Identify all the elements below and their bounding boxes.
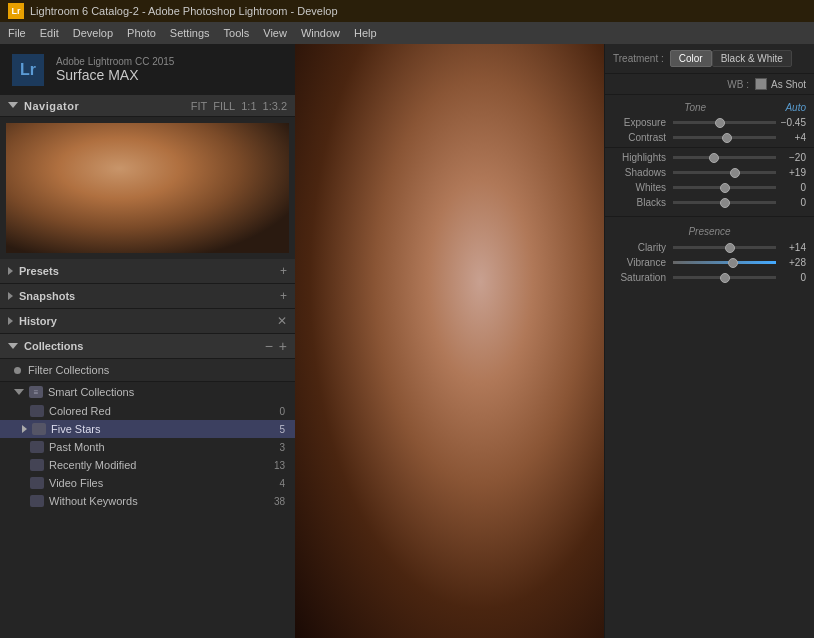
collection-icon	[30, 441, 44, 453]
highlights-label: Highlights	[613, 152, 671, 163]
whites-value: 0	[778, 182, 806, 193]
contrast-label: Contrast	[613, 132, 671, 143]
five-stars-count: 5	[279, 424, 285, 435]
title-bar: Lr Lightroom 6 Catalog-2 - Adobe Photosh…	[0, 0, 814, 22]
clarity-track[interactable]	[673, 246, 776, 249]
navigator-thumbnail[interactable]	[6, 123, 289, 253]
five-stars-triangle-icon	[22, 425, 27, 433]
nav-1to1[interactable]: 1:1	[241, 100, 256, 112]
collection-past-month[interactable]: Past Month 3	[0, 438, 295, 456]
smart-collections-label: Smart Collections	[48, 386, 134, 398]
auto-button[interactable]: Auto	[785, 102, 806, 113]
filter-collections-row[interactable]: Filter Collections	[0, 359, 295, 382]
menu-window[interactable]: Window	[301, 27, 340, 39]
collections-remove-icon[interactable]: −	[265, 338, 273, 354]
color-treatment-btn[interactable]: Color	[670, 50, 712, 67]
lr-logo-icon: Lr	[12, 54, 44, 86]
shadows-track[interactable]	[673, 171, 776, 174]
blacks-track[interactable]	[673, 201, 776, 204]
menu-file[interactable]: File	[8, 27, 26, 39]
exposure-handle[interactable]	[715, 118, 725, 128]
snapshots-panel[interactable]: Snapshots +	[0, 284, 295, 309]
contrast-handle[interactable]	[722, 133, 732, 143]
navigator-title: Navigator	[24, 100, 191, 112]
saturation-value: 0	[778, 272, 806, 283]
collection-video-files[interactable]: Video Files 4	[0, 474, 295, 492]
collections-triangle-icon	[8, 343, 18, 349]
presence-section-title: Presence	[605, 223, 814, 240]
navigator-controls: FIT FILL 1:1 1:3.2	[191, 100, 287, 112]
presence-section: Presence Clarity +14 Vibrance +28 Satura…	[605, 219, 814, 289]
wb-picker-icon[interactable]	[755, 78, 767, 90]
saturation-slider-row: Saturation 0	[605, 270, 814, 285]
menu-develop[interactable]: Develop	[73, 27, 113, 39]
menu-bar: File Edit Develop Photo Settings Tools V…	[0, 22, 814, 44]
navigator-header[interactable]: Navigator FIT FILL 1:1 1:3.2	[0, 96, 295, 117]
collection-colored-red[interactable]: Colored Red 0	[0, 402, 295, 420]
highlights-slider-row: Highlights −20	[605, 150, 814, 165]
collection-recently-modified[interactable]: Recently Modified 13	[0, 456, 295, 474]
collection-video-files-count: 4	[279, 478, 285, 489]
exposure-slider-row: Exposure −0.45	[605, 115, 814, 130]
collections-add-icon[interactable]: +	[279, 338, 287, 354]
clarity-handle[interactable]	[725, 243, 735, 253]
clarity-value: +14	[778, 242, 806, 253]
menu-help[interactable]: Help	[354, 27, 377, 39]
vibrance-value: +28	[778, 257, 806, 268]
presets-panel[interactable]: Presets +	[0, 259, 295, 284]
whites-track[interactable]	[673, 186, 776, 189]
menu-settings[interactable]: Settings	[170, 27, 210, 39]
menu-edit[interactable]: Edit	[40, 27, 59, 39]
collections-header[interactable]: Collections − +	[0, 334, 295, 359]
vibrance-label: Vibrance	[613, 257, 671, 268]
history-panel[interactable]: History ✕	[0, 309, 295, 334]
title-text: Lightroom 6 Catalog-2 - Adobe Photoshop …	[30, 5, 338, 17]
wb-row: WB : As Shot	[605, 74, 814, 95]
blacks-label: Blacks	[613, 197, 671, 208]
shadows-handle[interactable]	[730, 168, 740, 178]
collections-section: Collections − + Filter Collections ≡ Sma…	[0, 334, 295, 638]
collection-without-keywords[interactable]: Without Keywords 38	[0, 492, 295, 510]
presets-add-icon[interactable]: +	[280, 264, 287, 278]
nav-1to3[interactable]: 1:3.2	[263, 100, 287, 112]
menu-photo[interactable]: Photo	[127, 27, 156, 39]
center-image-area	[295, 44, 604, 638]
smart-collections-header[interactable]: ≡ Smart Collections	[0, 382, 295, 402]
collection-without-keywords-count: 38	[274, 496, 285, 507]
bw-treatment-btn[interactable]: Black & White	[712, 50, 792, 67]
wb-value[interactable]: As Shot	[771, 79, 806, 90]
menu-tools[interactable]: Tools	[224, 27, 250, 39]
vibrance-handle[interactable]	[728, 258, 738, 268]
highlights-handle[interactable]	[709, 153, 719, 163]
nav-fit[interactable]: FIT	[191, 100, 208, 112]
exposure-track[interactable]	[673, 121, 776, 124]
shadows-value: +19	[778, 167, 806, 178]
exposure-value: −0.45	[778, 117, 806, 128]
clarity-label: Clarity	[613, 242, 671, 253]
contrast-slider-row: Contrast +4	[605, 130, 814, 145]
highlights-track[interactable]	[673, 156, 776, 159]
app-icon: Lr	[8, 3, 24, 19]
collection-five-stars[interactable]: Five Stars 5	[0, 420, 295, 438]
nav-fill[interactable]: FILL	[213, 100, 235, 112]
contrast-track[interactable]	[673, 136, 776, 139]
menu-view[interactable]: View	[263, 27, 287, 39]
saturation-handle[interactable]	[720, 273, 730, 283]
collection-icon	[30, 459, 44, 471]
left-panel: Lr Adobe Lightroom CC 2015 Surface MAX N…	[0, 44, 295, 638]
vibrance-track[interactable]	[673, 261, 776, 264]
blacks-handle[interactable]	[720, 198, 730, 208]
divider-2	[605, 216, 814, 217]
snapshots-add-icon[interactable]: +	[280, 289, 287, 303]
main-photo	[295, 44, 604, 638]
shadows-label: Shadows	[613, 167, 671, 178]
five-stars-label: Five Stars	[51, 423, 279, 435]
snapshots-triangle-icon	[8, 292, 13, 300]
saturation-track[interactable]	[673, 276, 776, 279]
history-close-icon[interactable]: ✕	[277, 314, 287, 328]
lr-header-text: Adobe Lightroom CC 2015 Surface MAX	[56, 56, 174, 83]
collection-video-files-label: Video Files	[49, 477, 279, 489]
collection-icon	[30, 405, 44, 417]
history-triangle-icon	[8, 317, 13, 325]
whites-handle[interactable]	[720, 183, 730, 193]
